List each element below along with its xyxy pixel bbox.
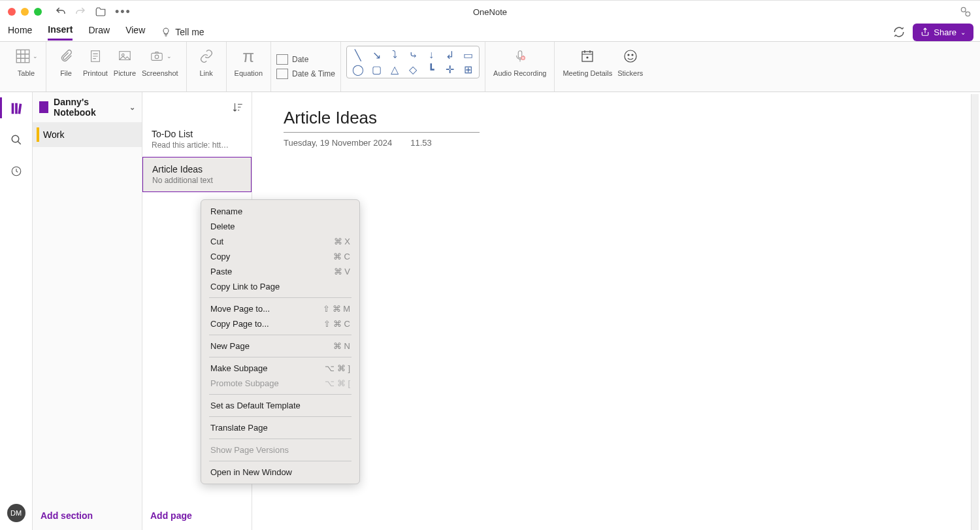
ctx-new-page[interactable]: New Page⌘ N bbox=[201, 339, 359, 354]
ctx-copy-link[interactable]: Copy Link to Page bbox=[201, 279, 359, 294]
screenshot-button[interactable]: ⌄ Screenshot bbox=[139, 46, 181, 77]
app-title: OneNote bbox=[473, 7, 507, 17]
picture-icon bbox=[116, 46, 133, 67]
notebook-name: Danny's Notebook bbox=[54, 97, 124, 118]
svg-point-7 bbox=[155, 55, 159, 59]
ctx-move-page[interactable]: Move Page to...⇧ ⌘ M bbox=[201, 301, 359, 316]
datetime-label: Date & Time bbox=[292, 69, 335, 78]
date-icon bbox=[276, 54, 288, 65]
add-section-button[interactable]: Add section bbox=[33, 501, 142, 530]
page-preview-label: No additional text bbox=[152, 176, 242, 185]
tab-view[interactable]: View bbox=[125, 25, 145, 39]
ribbon-group-files: File Printout Picture ⌄ Screenshot bbox=[46, 42, 187, 91]
audio-recording-button[interactable]: Audio Recording bbox=[491, 46, 549, 77]
ctx-open-window[interactable]: Open in New Window bbox=[201, 465, 359, 480]
sections-column: Danny's Notebook ⌄ Work Add section bbox=[33, 92, 142, 530]
sort-icon[interactable] bbox=[232, 101, 244, 113]
page-canvas[interactable]: Article Ideas Tuesday, 19 November 2024 … bbox=[252, 92, 980, 530]
ctx-separator bbox=[209, 335, 351, 335]
link-label: Link bbox=[199, 69, 212, 77]
equation-button[interactable]: π Equation bbox=[232, 46, 265, 77]
open-folder-icon[interactable] bbox=[94, 6, 107, 18]
svg-point-14 bbox=[632, 54, 633, 56]
svg-rect-16 bbox=[15, 103, 18, 114]
svg-point-0 bbox=[961, 7, 966, 12]
maximize-window-button[interactable] bbox=[34, 8, 42, 16]
file-button[interactable]: File bbox=[52, 46, 80, 77]
square-shape-icon: ▢ bbox=[370, 63, 382, 75]
left-rail: DM bbox=[0, 92, 33, 530]
ctx-copy[interactable]: Copy⌘ C bbox=[201, 249, 359, 264]
bent-arrow-icon: ↲ bbox=[444, 49, 455, 61]
svg-rect-15 bbox=[11, 103, 14, 114]
quick-access-toolbar: ••• bbox=[55, 5, 131, 19]
menubar-right: Share ⌄ bbox=[893, 24, 973, 41]
recent-icon[interactable] bbox=[8, 163, 25, 180]
add-page-button[interactable]: Add page bbox=[142, 501, 252, 530]
share-label: Share bbox=[934, 27, 956, 37]
ctx-copy-page[interactable]: Copy Page to...⇧ ⌘ C bbox=[201, 316, 359, 331]
link-button[interactable]: Link bbox=[192, 46, 221, 77]
tell-me[interactable]: Tell me bbox=[161, 27, 204, 37]
ctx-promote-subpage: Promote Subpage⌥ ⌘ [ bbox=[201, 376, 359, 391]
ellipse-shape-icon: ◯ bbox=[352, 63, 364, 75]
more-icon[interactable]: ••• bbox=[115, 5, 131, 19]
page-preview-label: Read this article: htt… bbox=[152, 141, 242, 150]
shapes-gallery[interactable]: ╲ ↘ ⤵ ⤷ ↓ ↲ ▭ ◯ ▢ △ ◇ ┗ ✛ ⊞ bbox=[346, 46, 480, 78]
ctx-translate[interactable]: Translate Page bbox=[201, 420, 359, 435]
printout-button[interactable]: Printout bbox=[80, 46, 110, 77]
date-button[interactable]: Date bbox=[276, 54, 335, 65]
page-title-label: Article Ideas bbox=[152, 164, 242, 174]
ctx-default-template[interactable]: Set as Default Template bbox=[201, 398, 359, 413]
tab-home[interactable]: Home bbox=[8, 25, 32, 39]
page-item-todo[interactable]: To-Do List Read this article: htt… bbox=[142, 122, 252, 157]
close-window-button[interactable] bbox=[8, 8, 16, 16]
undo-icon[interactable] bbox=[55, 6, 67, 18]
share-icon bbox=[921, 27, 930, 37]
datetime-button[interactable]: Date & Time bbox=[276, 69, 335, 79]
user-avatar[interactable]: DM bbox=[7, 504, 25, 522]
paperclip-icon bbox=[59, 46, 73, 67]
tab-draw[interactable]: Draw bbox=[88, 25, 110, 39]
svg-rect-2 bbox=[16, 50, 29, 63]
svg-point-9 bbox=[521, 56, 525, 60]
line-shape-icon: ╲ bbox=[352, 49, 364, 61]
axis-shape-icon: ┗ bbox=[425, 63, 437, 75]
share-button[interactable]: Share ⌄ bbox=[913, 24, 973, 41]
ctx-make-subpage[interactable]: Make Subpage⌥ ⌘ ] bbox=[201, 361, 359, 376]
body: DM Danny's Notebook ⌄ Work Add section T… bbox=[0, 92, 980, 530]
page-title[interactable]: Article Ideas bbox=[284, 108, 480, 133]
printout-label: Printout bbox=[83, 69, 108, 77]
ctx-cut[interactable]: Cut⌘ X bbox=[201, 234, 359, 249]
section-item-work[interactable]: Work bbox=[33, 122, 142, 147]
titlebar: ••• OneNote bbox=[0, 0, 980, 23]
stickers-button[interactable]: Stickers bbox=[615, 46, 645, 77]
equation-label: Equation bbox=[235, 69, 263, 77]
vertical-scrollbar[interactable] bbox=[971, 94, 979, 530]
chevron-down-icon: ⌄ bbox=[129, 103, 135, 112]
down-arrow-icon: ↓ bbox=[425, 49, 437, 61]
notebooks-icon[interactable] bbox=[8, 100, 25, 117]
triangle-shape-icon: △ bbox=[389, 63, 400, 75]
ctx-rename[interactable]: Rename bbox=[201, 204, 359, 219]
ctx-paste[interactable]: Paste⌘ V bbox=[201, 264, 359, 279]
chevron-down-icon: ⌄ bbox=[960, 29, 966, 36]
page-item-article-ideas[interactable]: Article Ideas No additional text bbox=[142, 157, 252, 192]
meeting-details-button[interactable]: Meeting Details bbox=[560, 46, 615, 77]
ctx-separator bbox=[209, 416, 351, 417]
notebook-icon bbox=[39, 101, 48, 113]
minimize-window-button[interactable] bbox=[21, 8, 29, 16]
picture-button[interactable]: Picture bbox=[110, 46, 139, 77]
redo-icon[interactable] bbox=[74, 6, 86, 18]
ctx-delete[interactable]: Delete bbox=[201, 219, 359, 234]
ctx-separator bbox=[209, 394, 351, 395]
mode-switch-icon[interactable] bbox=[959, 5, 972, 18]
plus-shape-icon: ✛ bbox=[444, 63, 455, 75]
microphone-icon bbox=[513, 46, 527, 67]
notebook-selector[interactable]: Danny's Notebook ⌄ bbox=[33, 92, 142, 122]
tab-insert[interactable]: Insert bbox=[48, 24, 73, 41]
sync-icon[interactable] bbox=[893, 26, 905, 38]
search-icon[interactable] bbox=[8, 131, 25, 148]
table-button[interactable]: ⌄ Table bbox=[12, 46, 41, 77]
diamond-shape-icon: ◇ bbox=[407, 63, 419, 75]
